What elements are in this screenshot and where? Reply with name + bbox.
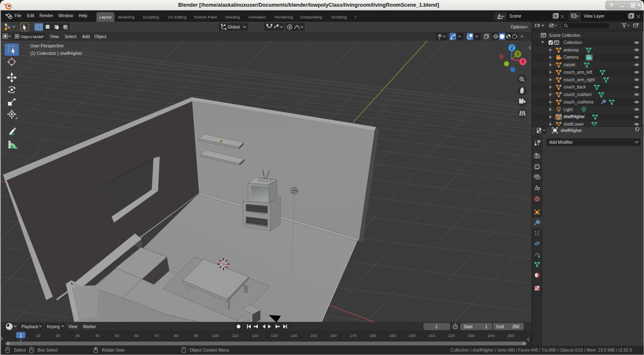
svg-text:Object Mode: Object Mode [21, 35, 42, 39]
svg-text:220: 220 [448, 333, 455, 338]
svg-text:60: 60 [135, 333, 139, 338]
svg-text:couch_back: couch_back [564, 85, 586, 89]
svg-text:150: 150 [310, 333, 317, 338]
svg-text:Rotate View: Rotate View [102, 348, 125, 352]
svg-text:User Perspective: User Perspective [30, 43, 64, 48]
svg-text:120: 120 [252, 333, 258, 338]
svg-text:1: 1 [435, 324, 438, 329]
svg-text:90: 90 [194, 333, 198, 338]
svg-text:1: 1 [20, 333, 22, 338]
svg-text:couch_arm_left: couch_arm_left [564, 70, 592, 75]
svg-text:Options: Options [511, 25, 525, 29]
svg-text:1: 1 [485, 324, 488, 329]
svg-text:Select: Select [14, 348, 26, 352]
svg-text:couch_cushion: couch_cushion [564, 92, 592, 97]
svg-text:250: 250 [507, 333, 514, 338]
svg-text:Camera: Camera [564, 55, 579, 60]
svg-text:250: 250 [512, 324, 519, 329]
svg-text:Box Select: Box Select [38, 348, 58, 352]
svg-text:140: 140 [291, 333, 297, 338]
svg-text:X: X [522, 60, 525, 64]
svg-text:230: 230 [468, 333, 475, 338]
svg-text:240: 240 [488, 333, 494, 338]
svg-text:View: View [68, 324, 78, 329]
svg-text:100: 100 [212, 333, 219, 338]
svg-text:110: 110 [232, 333, 238, 338]
svg-text:130: 130 [271, 333, 278, 338]
svg-text:Object Context Menu: Object Context Menu [190, 348, 229, 352]
svg-text:antenna: antenna [564, 48, 579, 52]
svg-text:180: 180 [369, 333, 376, 338]
svg-text:Keying: Keying [47, 324, 60, 329]
svg-text:40: 40 [95, 333, 100, 338]
svg-text:Add: Add [82, 34, 90, 39]
svg-text:80: 80 [174, 333, 179, 338]
svg-text:shelfLower: shelfLower [564, 122, 584, 126]
svg-text:Playback: Playback [21, 324, 39, 329]
svg-text:(1) Collection | shelfHigher: (1) Collection | shelfHigher [30, 51, 82, 56]
svg-text:shelfHigher: shelfHigher [564, 114, 585, 119]
svg-text:couch_arm_right: couch_arm_right [564, 78, 595, 82]
svg-text:Scene Collection: Scene Collection [549, 33, 580, 38]
svg-text:160: 160 [330, 333, 337, 338]
svg-text:carpet: carpet [564, 62, 575, 67]
svg-text:Collection: Collection [564, 40, 582, 45]
svg-text:50: 50 [115, 333, 119, 338]
svg-text:shelfHigher: shelfHigher [561, 128, 582, 133]
svg-text:190: 190 [389, 333, 396, 338]
svg-text:170: 170 [350, 333, 356, 338]
svg-text:10: 10 [36, 333, 41, 338]
svg-text:Start: Start [464, 324, 473, 329]
svg-text:View: View [50, 34, 59, 39]
svg-text:Collection | shelfHigher | Ver: Collection | shelfHigher | Verts:480 | F… [451, 348, 632, 352]
svg-text:Object: Object [94, 34, 106, 39]
svg-text:Z: Z [511, 46, 513, 50]
svg-text:Add Modifier: Add Modifier [549, 140, 573, 145]
svg-text:End: End [496, 324, 504, 329]
svg-text:Light: Light [564, 107, 573, 112]
svg-text:couch_cushions: couch_cushions [564, 100, 594, 104]
svg-text:210: 210 [428, 333, 435, 338]
svg-text:Marker: Marker [83, 324, 96, 329]
svg-text:Select: Select [65, 34, 76, 39]
svg-text:30: 30 [75, 333, 80, 338]
svg-text:Y: Y [517, 52, 519, 57]
svg-text:Global: Global [228, 25, 240, 29]
svg-text:200: 200 [409, 333, 415, 338]
svg-text:70: 70 [154, 333, 159, 338]
svg-text:20: 20 [56, 333, 60, 338]
